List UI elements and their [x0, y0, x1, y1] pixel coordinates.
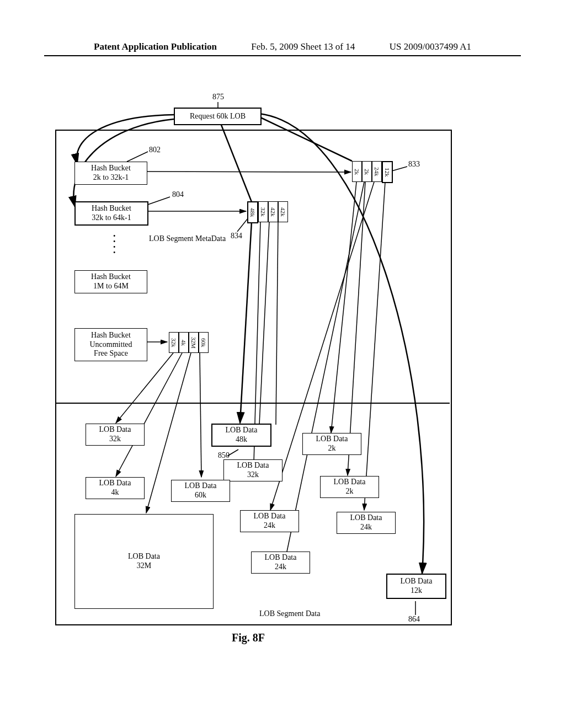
ref-804: 804 — [172, 190, 184, 199]
request-label: Request 60k LOB — [190, 112, 246, 121]
figure-caption: Fig. 8F — [232, 631, 265, 644]
lob-2k-b: LOB Data 2k — [320, 476, 379, 498]
header-center: Feb. 5, 2009 Sheet 13 of 14 — [251, 41, 355, 52]
lob-32k-b: LOB Data 32k — [223, 459, 282, 481]
segdata-label: LOB Segment Data — [259, 609, 320, 618]
metadata-label: LOB Segment MetaData — [149, 234, 226, 243]
chipset-834: 48k 32k 42k 42k — [247, 201, 288, 223]
lob-60k: LOB Data 60k — [171, 480, 230, 502]
hash-bucket-2: Hash Bucket 32k to 64k-1 — [74, 201, 148, 226]
hash-bucket-uncommitted: Hash Bucket Uncommitted Free Space — [74, 328, 147, 361]
request-box: Request 60k LOB — [174, 108, 262, 125]
ref-864: 864 — [408, 615, 420, 624]
lob-48k: LOB Data 48k — [211, 424, 271, 447]
header-right: US 2009/0037499 A1 — [390, 41, 471, 52]
chipset-uncommitted: 32k 4k 32M 60k — [169, 332, 209, 353]
ref-833: 833 — [408, 160, 420, 169]
ellipsis-dots: .... — [113, 231, 116, 253]
chipset-833: 2k 2k 24k 12k — [352, 161, 393, 183]
lob-4k: LOB Data 4k — [86, 477, 145, 499]
lob-24k-a: LOB Data 24k — [240, 510, 299, 532]
page-header: Patent Application Publication Feb. 5, 2… — [44, 0, 521, 56]
lob-24k-b: LOB Data 24k — [337, 512, 396, 534]
header-left: Patent Application Publication — [94, 41, 217, 52]
lob-32k: LOB Data 32k — [86, 424, 145, 446]
hash-bucket-3: Hash Bucket 1M to 64M — [74, 270, 147, 293]
ref-850: 850 — [218, 451, 230, 460]
lob-2k-a: LOB Data 2k — [302, 433, 361, 455]
diagram: 875 Request 60k LOB 802 804 833 834 Hash… — [55, 94, 513, 656]
lob-24k-c: LOB Data 24k — [251, 552, 310, 574]
ref-802: 802 — [149, 146, 161, 154]
lob-32m: LOB Data 32M — [74, 514, 214, 609]
ref-875: 875 — [212, 93, 224, 101]
hash-bucket-1: Hash Bucket 2k to 32k-1 — [74, 162, 147, 185]
divider-line — [55, 403, 450, 404]
lob-12k: LOB Data 12k — [386, 574, 446, 599]
ref-834: 834 — [231, 232, 242, 240]
